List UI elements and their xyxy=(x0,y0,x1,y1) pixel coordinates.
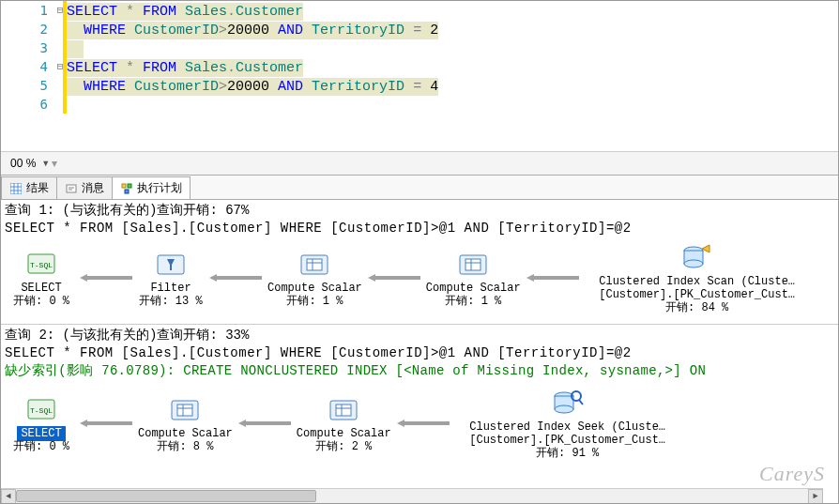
sql-editor[interactable]: 1 2 3 4 5 6 ⊟ ⊟ SELECT * FROM Sales.Cust… xyxy=(1,1,838,151)
zoom-value: 00 % xyxy=(7,157,39,170)
filter-icon xyxy=(155,248,187,280)
line-gutter: 1 2 3 4 5 6 xyxy=(1,1,53,114)
query-sql: SELECT * FROM [Sales].[Customer] WHERE [… xyxy=(1,221,838,237)
svg-rect-23 xyxy=(465,259,481,270)
plan-node-compute-scalar[interactable]: Compute Scalar 开销: 2 % xyxy=(297,393,391,453)
select-icon: T-SQL xyxy=(25,248,57,280)
scroll-track[interactable] xyxy=(16,489,808,503)
query-header: 查询 2: (与该批有关的)查询开销: 33% xyxy=(1,325,838,345)
svg-marker-42 xyxy=(397,420,450,427)
query-header: 查询 1: (与该批有关的)查询开销: 67% xyxy=(1,200,838,221)
line-number: 6 xyxy=(1,95,53,114)
svg-marker-13 xyxy=(80,274,132,282)
compute-scalar-icon xyxy=(169,393,201,425)
plan-arrow-icon xyxy=(236,418,293,429)
message-icon xyxy=(65,182,78,195)
grid-icon xyxy=(9,182,23,195)
line-number: 2 xyxy=(1,20,53,38)
plan-node-compute-scalar[interactable]: Compute Scalar 开销: 8 % xyxy=(138,393,233,453)
fold-icon xyxy=(53,76,67,95)
select-icon: T-SQL xyxy=(25,393,57,425)
index-scan-icon xyxy=(681,241,713,273)
chevron-down-icon: ▼ xyxy=(41,159,50,168)
plan-arrow-icon xyxy=(207,272,264,283)
plan-arrow-icon xyxy=(395,418,451,429)
line-number: 1 xyxy=(1,1,53,20)
svg-rect-18 xyxy=(307,259,322,270)
tab-results[interactable]: 结果 xyxy=(1,176,57,199)
svg-text:T-SQL: T-SQL xyxy=(30,406,53,415)
plan-icon xyxy=(120,182,133,195)
svg-marker-16 xyxy=(209,274,262,282)
plan-node-select[interactable]: T-SQL SELECT 开销: 0 % xyxy=(8,248,74,308)
tab-messages[interactable]: 消息 xyxy=(56,176,113,199)
svg-line-47 xyxy=(579,400,583,405)
tab-label: 结果 xyxy=(26,180,49,196)
plan-node-compute-scalar[interactable]: Compute Scalar 开销: 1 % xyxy=(426,248,521,308)
svg-point-45 xyxy=(555,405,573,413)
compute-scalar-icon xyxy=(298,248,330,280)
plan-node-filter[interactable]: Filter 开销: 13 % xyxy=(138,248,204,308)
scroll-left-button[interactable]: ◄ xyxy=(1,489,16,504)
fold-icon xyxy=(53,95,67,114)
scroll-thumb[interactable] xyxy=(16,490,316,502)
svg-marker-26 xyxy=(526,274,579,282)
plan-row: T-SQL SELECT 开销: 0 % Compute Scalar 开销: … xyxy=(1,383,838,469)
code-area[interactable]: SELECT * FROM Sales.Customer WHERE Custo… xyxy=(67,1,838,115)
svg-rect-0 xyxy=(10,183,22,194)
svg-marker-37 xyxy=(238,420,291,427)
plan-node-compute-scalar[interactable]: Compute Scalar 开销: 1 % xyxy=(267,248,362,308)
line-number: 5 xyxy=(1,76,53,95)
missing-index-hint: 缺少索引(影响 76.0789): CREATE NONCLUSTERED IN… xyxy=(1,362,838,383)
svg-marker-21 xyxy=(368,274,420,282)
query-block-2: 查询 2: (与该批有关的)查询开销: 33% SELECT * FROM [S… xyxy=(1,325,838,469)
plan-node-clustered-index-seek[interactable]: Clustered Index Seek (Cluste… [Customer]… xyxy=(455,387,680,460)
compute-scalar-icon xyxy=(457,248,489,280)
svg-rect-34 xyxy=(177,405,192,416)
plan-arrow-icon xyxy=(525,272,581,283)
plan-arrow-icon xyxy=(78,272,134,283)
plan-arrow-icon xyxy=(366,272,422,283)
query-block-1: 查询 1: (与该批有关的)查询开销: 67% SELECT * FROM [S… xyxy=(1,200,838,324)
kw-select: SELECT xyxy=(67,4,117,20)
svg-text:T-SQL: T-SQL xyxy=(30,261,53,269)
plan-arrow-icon xyxy=(78,418,134,429)
horizontal-scrollbar[interactable]: ◄ ► xyxy=(1,488,823,503)
scroll-right-button[interactable]: ► xyxy=(808,489,823,504)
execution-plan-panel: 查询 1: (与该批有关的)查询开销: 67% SELECT * FROM [S… xyxy=(1,200,838,469)
tab-label: 执行计划 xyxy=(137,180,182,196)
query-sql: SELECT * FROM [Sales].[Customer] WHERE [… xyxy=(1,345,838,362)
svg-point-29 xyxy=(684,260,703,267)
svg-rect-9 xyxy=(128,184,131,188)
line-number: 4 xyxy=(1,57,53,76)
plan-row: T-SQL SELECT 开销: 0 % Filter 开销: 13 % Com… xyxy=(1,237,838,324)
svg-rect-5 xyxy=(67,185,76,192)
svg-rect-10 xyxy=(125,190,129,193)
tab-label: 消息 xyxy=(82,180,104,196)
fold-icon[interactable]: ⊟ xyxy=(53,57,67,76)
svg-rect-8 xyxy=(122,184,126,188)
plan-node-clustered-index-scan[interactable]: Clustered Index Scan (Cluste… [Customer]… xyxy=(585,241,810,314)
zoom-toolbar: 00 % ▼ ▾ xyxy=(1,151,838,176)
result-tabs: 结果 消息 执行计划 xyxy=(1,176,838,200)
svg-marker-32 xyxy=(80,420,132,427)
line-number: 3 xyxy=(1,38,53,57)
svg-rect-39 xyxy=(336,405,351,416)
zoom-combo[interactable]: 00 % ▼ ▾ xyxy=(3,157,61,170)
fold-icon[interactable]: ⊟ xyxy=(53,1,67,20)
fold-icon xyxy=(53,38,67,57)
compute-scalar-icon xyxy=(328,393,359,425)
fold-icon xyxy=(53,20,67,38)
plan-node-select[interactable]: T-SQL SELECT 开销: 0 % xyxy=(8,393,74,453)
tab-execution-plan[interactable]: 执行计划 xyxy=(112,176,191,199)
index-seek-icon xyxy=(552,387,584,419)
fold-markers: ⊟ ⊟ xyxy=(53,1,67,114)
